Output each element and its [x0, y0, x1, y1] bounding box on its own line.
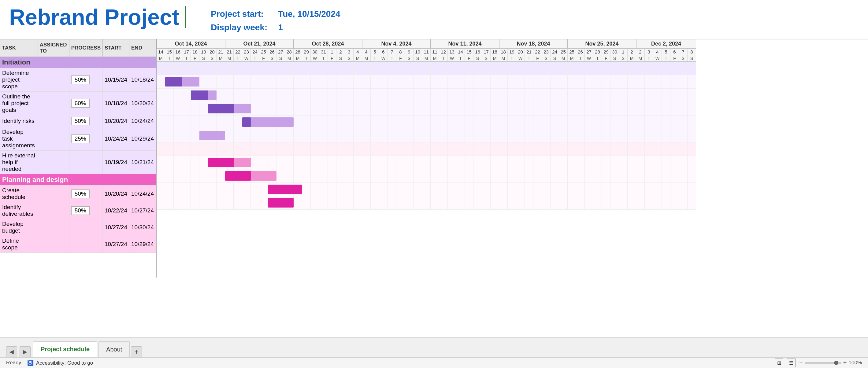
- day-letter-cell: T: [662, 55, 671, 61]
- gantt-cell: [533, 183, 542, 196]
- gantt-cell: [653, 62, 662, 75]
- gantt-header: Oct 14, 2024Oct 21, 2024Oct 28, 2024Nov …: [157, 39, 696, 62]
- gantt-cell: [165, 102, 174, 115]
- day-number-cell: 7: [388, 48, 396, 55]
- gantt-cell: [542, 156, 551, 169]
- gantt-cell: [362, 142, 371, 156]
- assigned-cell: [38, 186, 69, 202]
- day-letter-cell: W: [311, 55, 319, 61]
- gantt-cell: [465, 142, 473, 156]
- gantt-cell: [174, 142, 182, 156]
- gantt-cell: [525, 89, 533, 102]
- gantt-row: [157, 115, 696, 129]
- gantt-cell: [199, 183, 208, 196]
- day-letter-cell: M: [499, 55, 508, 61]
- gantt-cell: [439, 62, 448, 75]
- gantt-cell: [191, 142, 199, 156]
- gantt-cell: [499, 75, 508, 88]
- progress-cell: 25%: [69, 127, 102, 151]
- gantt-cell: [679, 75, 687, 88]
- grid-view-icon[interactable]: ⊞: [775, 359, 783, 367]
- gantt-cell: [431, 196, 439, 209]
- gantt-cell: [585, 169, 593, 182]
- gantt-cell: [456, 142, 465, 156]
- gantt-cell: [482, 89, 491, 102]
- gantt-cell: [362, 196, 371, 209]
- gantt-cell: [293, 89, 302, 102]
- gantt-area[interactable]: Oct 14, 2024Oct 21, 2024Oct 28, 2024Nov …: [157, 39, 868, 340]
- gantt-cell: [602, 169, 611, 182]
- gantt-cell: [285, 169, 293, 182]
- gantt-cell: [413, 102, 422, 115]
- gantt-cell: [388, 115, 396, 129]
- gantt-cell: [285, 142, 293, 156]
- gantt-cell: [174, 196, 182, 209]
- week-label: Nov 4, 2024: [362, 39, 431, 48]
- table-row: Create schedule50%10/20/2410/24/24: [0, 186, 156, 202]
- progress-box: 50%: [71, 190, 90, 198]
- zoom-minus[interactable]: −: [799, 360, 803, 366]
- gantt-cell: [311, 169, 319, 182]
- gantt-cell: [439, 156, 448, 169]
- gantt-row: [157, 129, 696, 142]
- gantt-cell: [405, 115, 413, 129]
- gantt-cell: [353, 183, 362, 196]
- gantt-cell: [525, 75, 533, 88]
- day-letter-cell: M: [362, 55, 371, 61]
- gantt-row: [157, 75, 696, 89]
- gantt-cell: [679, 89, 687, 102]
- day-letter-cell: T: [525, 55, 533, 61]
- gantt-cell: [448, 142, 456, 156]
- gantt-cell: [568, 196, 576, 209]
- gantt-cell: [593, 62, 602, 75]
- gantt-cell: [448, 75, 456, 88]
- gantt-cell: [525, 102, 533, 115]
- gantt-cell: [636, 183, 645, 196]
- gantt-cell: [217, 62, 225, 75]
- day-letter-cell: T: [645, 55, 653, 61]
- day-number-cell: 24: [251, 48, 259, 55]
- start-cell: 10/20/24: [103, 186, 129, 202]
- gantt-cell: [345, 89, 353, 102]
- tab-nav-prev[interactable]: ◀: [6, 346, 17, 357]
- day-number-cell: 11: [431, 48, 439, 55]
- gantt-cell: [413, 89, 422, 102]
- gantt-cell: [473, 62, 482, 75]
- day-letter-cell: T: [251, 55, 259, 61]
- add-tab-button[interactable]: +: [131, 346, 142, 357]
- zoom-slider[interactable]: [805, 362, 841, 364]
- day-letter-cell: F: [465, 55, 473, 61]
- gantt-cell: [473, 75, 482, 88]
- gantt-cell: [345, 169, 353, 182]
- gantt-cell: [602, 115, 611, 129]
- gantt-cell: [456, 156, 465, 169]
- gantt-cell: [559, 75, 568, 88]
- project-meta: Project start: Tue, 10/15/2024 Display w…: [211, 6, 340, 36]
- zoom-plus[interactable]: +: [843, 360, 847, 366]
- list-view-icon[interactable]: ☰: [787, 359, 796, 367]
- day-number-cell: 8: [687, 48, 696, 55]
- gantt-cell: [328, 115, 336, 129]
- gantt-cell: [448, 129, 456, 142]
- gantt-cell: [379, 156, 388, 169]
- gantt-cell: [593, 115, 602, 129]
- gantt-cell: [568, 142, 576, 156]
- gantt-cell: [585, 75, 593, 88]
- tab-nav-next[interactable]: ▶: [20, 346, 31, 357]
- task-name-cell: Hire external help if needed: [0, 151, 38, 174]
- zoom-control: − + 100%: [799, 360, 862, 366]
- gantt-cell: [174, 183, 182, 196]
- tab-project-schedule[interactable]: Project schedule: [33, 341, 97, 357]
- gantt-cell: [405, 142, 413, 156]
- col-task: TASK: [0, 39, 38, 57]
- day-number-cell: 2: [636, 48, 645, 55]
- gantt-cell: [208, 183, 217, 196]
- tab-about[interactable]: About: [98, 341, 130, 357]
- gantt-cell: [388, 196, 396, 209]
- gantt-row: [157, 156, 696, 169]
- gantt-cell: [456, 196, 465, 209]
- gantt-cell: [311, 156, 319, 169]
- gantt-cell: [362, 183, 371, 196]
- gantt-cell: [585, 142, 593, 156]
- gantt-cell: [542, 142, 551, 156]
